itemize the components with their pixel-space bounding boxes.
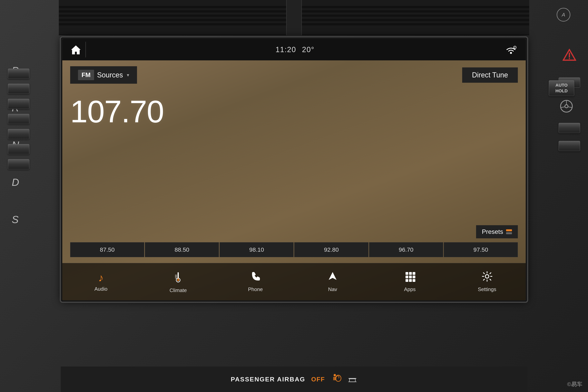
presets-bar: Presets [70,225,518,238]
preset-freq-4: 92.80 [324,246,339,253]
right-btn-extra-1[interactable] [558,123,580,133]
svg-marker-19 [329,272,336,280]
current-time: 11:20 [276,46,296,54]
settings-icon [482,271,492,284]
content-area: FM Sources ▾ Direct Tune 107.70 Presets [62,60,526,263]
svg-rect-21 [409,272,412,275]
infotainment-screen: 11:20 20° i [62,39,526,300]
vent-top [59,0,529,35]
svg-marker-8 [71,45,80,54]
status-bar: 11:20 20° i [62,39,526,60]
svg-point-10 [514,46,516,49]
car-panel: P R N D S A AUTOHOLD P [0,0,588,392]
svg-point-9 [510,52,512,54]
gear-d: D [12,176,19,188]
left-btn-6[interactable] [8,144,30,154]
audio-icon: ♪ [98,272,104,284]
svg-rect-27 [409,279,412,282]
svg-rect-26 [406,279,408,282]
left-btn-5[interactable] [8,129,30,139]
nav-navigation[interactable]: Nav [294,268,371,295]
right-btn-extra-2[interactable] [558,141,580,151]
radio-presets: 87.50 88.50 98.10 92.80 96.70 [70,242,518,257]
nav-nav-label: Nav [328,286,337,292]
presets-icon-gray [506,232,512,234]
nav-apps[interactable]: Apps [371,268,448,295]
preset-freq-2: 88.50 [175,246,189,253]
climate-icon [173,270,183,286]
status-center: 11:20 20° [276,46,314,54]
apps-icon [404,271,415,284]
passenger-airbag-label: PASSENGER AIRBAG [231,376,305,383]
nav-climate[interactable]: Climate [140,267,217,296]
svg-line-6 [560,107,565,108]
child-seat-icon [348,374,357,384]
chevron-down-icon: ▾ [127,72,129,78]
nav-icon [328,271,338,284]
svg-rect-22 [412,272,415,275]
svg-rect-12 [178,272,179,278]
svg-point-4 [565,105,568,108]
phone-icon [250,271,261,284]
svg-point-30 [334,374,336,376]
left-btn-4[interactable] [8,114,30,124]
nav-apps-label: Apps [404,286,416,292]
svg-point-2 [569,58,570,59]
presets-label: Presets [482,228,503,236]
home-button[interactable] [70,42,86,58]
airbag-status: OFF [311,376,325,383]
svg-point-15 [177,279,179,281]
preset-6[interactable]: 97.50 [444,242,518,257]
nav-phone[interactable]: Phone [217,268,294,295]
preset-3[interactable]: 98.10 [220,242,294,257]
screen-wrapper: 11:20 20° i [61,37,527,302]
preset-freq-5: 96.70 [399,246,413,253]
frequency-value: 107.70 [70,94,164,130]
steering-icon [558,98,574,114]
temperature: 20° [302,46,314,54]
nav-settings[interactable]: Settings [448,268,526,295]
right-icon-a: A [557,8,570,22]
svg-rect-25 [412,276,415,278]
right-side-buttons: A AUTOHOLD P [558,35,580,151]
nav-audio-label: Audio [94,286,108,292]
left-btn-3[interactable] [8,99,30,109]
auto-hold-button[interactable]: AUTOHOLD [549,80,574,96]
left-side-buttons [8,68,30,169]
preset-5[interactable]: 96.70 [369,242,443,257]
direct-tune-label: Direct Tune [472,71,508,79]
sources-label: Sources [97,71,123,79]
airbag-icon [331,374,342,384]
fm-label: FM [78,70,94,80]
watermark: ©易车 [567,381,582,388]
frequency-display: 107.70 [70,90,518,225]
nav-phone-label: Phone [248,286,263,292]
svg-rect-24 [409,276,412,278]
preset-freq-3: 98.10 [249,246,264,253]
left-btn-7[interactable] [8,159,30,169]
top-controls: FM Sources ▾ Direct Tune [70,66,518,84]
svg-rect-33 [350,379,355,382]
preset-freq-1: 87.50 [100,246,115,253]
left-btn-2[interactable] [8,84,30,94]
direct-tune-button[interactable]: Direct Tune [462,68,518,83]
gear-s: S [12,214,19,226]
left-btn-1[interactable] [8,68,30,79]
nav-audio[interactable]: ♪ Audio [62,268,140,295]
sources-button[interactable]: FM Sources ▾ [70,66,137,84]
warning-triangle[interactable] [558,47,580,63]
svg-text:i: i [514,47,515,49]
vent-center [286,0,302,35]
svg-rect-23 [406,276,408,278]
presets-button[interactable]: Presets [476,225,518,238]
bottom-info-bar: PASSENGER AIRBAG OFF [61,366,527,392]
presets-icon [506,229,512,234]
svg-line-7 [568,107,572,108]
nav-settings-label: Settings [478,286,496,292]
preset-4[interactable]: 92.80 [294,242,368,257]
preset-freq-6: 97.50 [473,246,488,253]
bottom-nav: ♪ Audio C [62,263,526,300]
svg-rect-20 [406,272,408,275]
preset-2[interactable]: 88.50 [145,242,219,257]
preset-1[interactable]: 87.50 [70,242,144,257]
